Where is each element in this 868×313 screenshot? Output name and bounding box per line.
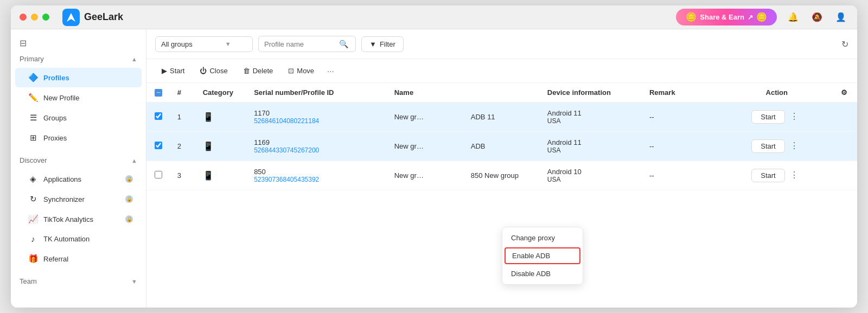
sidebar-section-team[interactable]: Team ▼ [11, 273, 146, 290]
groups-chevron-icon: ▼ [225, 41, 231, 47]
row-1-profile-id: 526846104080221184 [254, 117, 381, 125]
sidebar-label-profiles: Profiles [43, 74, 69, 82]
sidebar-item-tk-automation[interactable]: ♪ TK Automation [15, 229, 142, 248]
maximize-button[interactable] [42, 14, 49, 21]
sidebar-label-synchronizer: Synchronizer [43, 195, 85, 203]
row-2-serial: 1169 526844330745267200 [247, 132, 388, 161]
row-3-adb: 850 New group [464, 161, 541, 190]
sidebar: ⊟ Primary ▲ 🔷 Profiles ✏️ New Profile ☰ … [11, 29, 146, 308]
row-1-checkbox[interactable] [146, 103, 171, 132]
col-header-remark: Remark [643, 83, 719, 103]
sidebar-item-referral[interactable]: 🎁 Referral [15, 249, 142, 269]
start-button[interactable]: ▶ Start [155, 64, 191, 78]
close-label: Close [209, 67, 227, 75]
col-header-category: Category [196, 83, 247, 103]
col-header-serial: Serial number/Profile ID [247, 83, 388, 103]
col-settings-icon[interactable]: ⚙ [834, 83, 857, 103]
more-options-button[interactable]: ··· [323, 63, 339, 78]
refresh-button[interactable]: ↻ [841, 39, 848, 49]
sidebar-label-proxies: Proxies [43, 134, 67, 142]
phone-icon-2: 📱 [203, 142, 214, 151]
sidebar-section-discover-label: Discover [20, 156, 47, 164]
groups-icon: ☰ [28, 113, 38, 123]
sidebar-toggle-icon[interactable]: ⊟ [20, 38, 27, 48]
row-3-serial-num: 850 [254, 168, 381, 176]
sidebar-item-proxies[interactable]: ⊞ Proxies [15, 128, 142, 148]
sidebar-label-applications: Applications [43, 175, 81, 183]
row-2-num: 2 [171, 132, 196, 161]
profiles-table-container: ─ # Category Serial number/Profile ID Na… [146, 83, 857, 308]
sidebar-item-profiles[interactable]: 🔷 Profiles [15, 68, 142, 87]
row-1-more-button[interactable]: ⋮ [787, 110, 802, 123]
share-earn-button[interactable]: Share & Earn ↗ [676, 9, 777, 25]
table-row: 2 📱 1169 526844330745267200 New gr… ADB [146, 132, 857, 161]
titlebar: GeeLark Share & Earn ↗ 🔔 🔕 👤 [11, 5, 857, 29]
row-1-country: USA [547, 117, 636, 125]
select-all-header[interactable]: ─ [146, 83, 171, 103]
sidebar-item-synchronizer[interactable]: ↻ Synchronizer 🔒 [15, 189, 142, 209]
filter-button[interactable]: ▼ Filter [361, 36, 404, 52]
sidebar-section-primary[interactable]: Primary ▲ [11, 50, 146, 67]
row-3-serial: 850 523907368405435392 [247, 161, 388, 190]
proxies-icon: ⊞ [28, 133, 38, 143]
sidebar-section-team-label: Team [20, 277, 37, 285]
row-3-checkbox[interactable] [146, 161, 171, 190]
close-button[interactable] [20, 14, 27, 21]
row-1-num: 1 [171, 103, 196, 132]
row-1-adb: ADB 11 [464, 103, 541, 132]
user-avatar-icon[interactable]: 👤 [833, 10, 848, 25]
tk-automation-icon: ♪ [28, 234, 38, 244]
sidebar-label-tiktok-analytics: TikTok Analytics [43, 215, 93, 223]
sidebar-section-discover[interactable]: Discover ▲ [11, 152, 146, 169]
row-2-remark: -- [643, 132, 719, 161]
search-icon: 🔍 [339, 40, 348, 48]
groups-select[interactable]: All groups ▼ [155, 36, 253, 52]
tiktok-analytics-icon: 📈 [28, 214, 38, 224]
search-field[interactable]: 🔍 [258, 36, 356, 52]
row-2-profile-id: 526844330745267200 [254, 146, 381, 154]
sidebar-item-tiktok-analytics[interactable]: 📈 TikTok Analytics 🔒 [15, 209, 142, 229]
start-icon: ▶ [162, 67, 167, 75]
sidebar-label-tk-automation: TK Automation [43, 235, 90, 243]
app-name: GeeLark [84, 11, 123, 23]
move-icon: ⊡ [288, 67, 294, 75]
sidebar-item-new-profile[interactable]: ✏️ New Profile [15, 88, 142, 107]
row-3-more-button[interactable]: ⋮ [787, 169, 802, 181]
row-1-serial: 1170 526846104080221184 [247, 103, 388, 132]
context-dropdown-menu: Change proxy Enable ADB Disable ADB [502, 227, 583, 285]
row-2-category: 📱 [196, 132, 247, 161]
col-header-num: # [171, 83, 196, 103]
app-logo: GeeLark [62, 9, 123, 26]
sidebar-label-groups: Groups [43, 114, 67, 122]
search-input-field[interactable] [264, 40, 335, 48]
delete-icon: 🗑 [243, 67, 250, 75]
dropdown-change-proxy[interactable]: Change proxy [502, 229, 583, 246]
delete-label: Delete [253, 67, 273, 75]
row-3-start-button[interactable]: Start [751, 169, 784, 182]
row-1-start-button[interactable]: Start [751, 110, 784, 124]
notification-bell-icon[interactable]: 🔔 [786, 10, 801, 25]
move-button[interactable]: ⊡ Move [282, 64, 321, 78]
row-2-name: New gr… [388, 132, 464, 161]
row-2-checkbox[interactable] [146, 132, 171, 161]
lock-icon-3: 🔒 [125, 215, 133, 223]
dropdown-enable-adb[interactable]: Enable ADB [505, 247, 580, 264]
row-2-more-button[interactable]: ⋮ [787, 139, 802, 152]
close-button-action[interactable]: ⏻ Close [193, 64, 234, 78]
move-label: Move [297, 67, 314, 75]
row-1-device: Android 11 USA [541, 103, 643, 132]
row-1-action: Start ⋮ [719, 103, 834, 132]
sidebar-item-applications[interactable]: ◈ Applications 🔒 [15, 169, 142, 189]
row-2-start-button[interactable]: Start [751, 139, 784, 153]
minimize-button[interactable] [31, 14, 38, 21]
alert-icon[interactable]: 🔕 [809, 10, 825, 25]
delete-button[interactable]: 🗑 Delete [237, 64, 280, 78]
chevron-down-icon: ▼ [131, 278, 137, 285]
col-header-action: Action [719, 83, 834, 103]
row-3-name: New gr… [388, 161, 464, 190]
filter-icon: ▼ [369, 40, 376, 48]
groups-select-value: All groups [161, 40, 193, 48]
dropdown-disable-adb[interactable]: Disable ADB [502, 265, 583, 282]
sidebar-item-groups[interactable]: ☰ Groups [15, 108, 142, 127]
lock-icon-2: 🔒 [125, 195, 133, 203]
